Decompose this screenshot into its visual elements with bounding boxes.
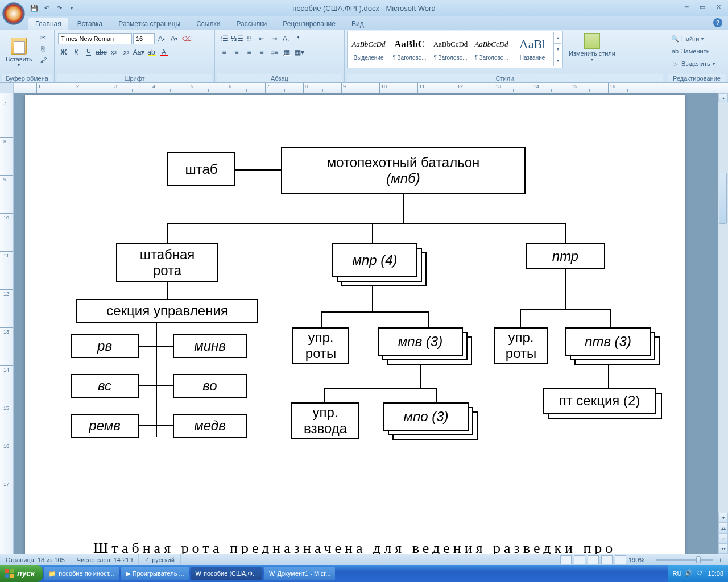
borders-button[interactable]: ▦▾ xyxy=(293,47,305,58)
taskbar-item[interactable]: Wпособие (США,Ф... xyxy=(191,567,262,580)
select-button[interactable]: ▷Выделить▾ xyxy=(671,58,715,69)
web-layout-view-button[interactable] xyxy=(588,555,599,564)
undo-icon[interactable]: ↶ xyxy=(42,3,51,13)
paste-button[interactable]: Вставить ▾ xyxy=(2,31,36,74)
browse-object-icon[interactable]: ○ xyxy=(718,533,728,543)
maximize-button[interactable]: ▭ xyxy=(696,2,709,11)
line-spacing-button[interactable]: ‡≡ xyxy=(268,47,280,58)
ruler-corner[interactable] xyxy=(0,83,14,93)
zoom-level[interactable]: 190% xyxy=(628,556,644,563)
format-painter-icon[interactable]: 🖌 xyxy=(38,56,48,65)
align-right-button[interactable]: ≡ xyxy=(243,47,255,58)
font-name-combo[interactable]: Times New Roman xyxy=(58,33,132,44)
minimize-button[interactable]: ━ xyxy=(680,2,693,11)
help-icon[interactable]: ? xyxy=(713,18,722,27)
styles-scroll-up-icon[interactable]: ▴ xyxy=(554,32,561,44)
system-tray[interactable]: RU 🔊 🛡 10:08 xyxy=(668,565,728,582)
superscript-button[interactable]: x2 xyxy=(121,47,132,58)
font-color-button[interactable]: A xyxy=(158,47,169,58)
style-item[interactable]: AaBbCcDd¶ Заголово... xyxy=(471,32,511,66)
close-button[interactable]: ✕ xyxy=(712,2,725,11)
taskbar-item[interactable]: ▶Проигрыватель ... xyxy=(121,567,189,580)
zoom-slider[interactable] xyxy=(656,559,713,561)
tray-volume-icon[interactable]: 🔊 xyxy=(685,569,693,577)
tab-view[interactable]: Вид xyxy=(345,18,371,30)
replace-button[interactable]: abЗаменить xyxy=(671,45,715,57)
sort-button[interactable]: A↓ xyxy=(281,33,292,44)
styles-scroll-down-icon[interactable]: ▾ xyxy=(554,44,561,55)
style-item[interactable]: AaBbCcDdВыделение xyxy=(349,32,388,66)
tab-review[interactable]: Рецензирование xyxy=(276,18,342,30)
document-viewport[interactable]: штаб мотопехотный батальон (мпб) штабная… xyxy=(14,93,718,554)
cut-icon[interactable]: ✂ xyxy=(38,33,48,42)
vertical-ruler[interactable]: 7891011121314151617 xyxy=(0,93,14,554)
style-item[interactable]: AaBlНазвание xyxy=(512,32,552,66)
qat-more-icon[interactable]: ▾ xyxy=(67,3,76,13)
highlight-button[interactable]: ab xyxy=(146,47,157,58)
scroll-thumb[interactable] xyxy=(719,173,727,224)
taskbar-item[interactable]: WДокумент1 - Micr... xyxy=(264,567,335,580)
tab-mailings[interactable]: Рассылки xyxy=(229,18,274,30)
status-language[interactable]: ✓русский xyxy=(139,554,180,565)
next-page-icon[interactable]: ▾▾ xyxy=(718,543,728,554)
align-center-button[interactable]: ≡ xyxy=(231,47,242,58)
numbering-button[interactable]: ⅓☰ xyxy=(231,33,242,44)
taskbar-item[interactable]: 📁пособие по иност... xyxy=(44,567,118,580)
style-item[interactable]: AaBbCcDd¶ Заголово... xyxy=(431,32,470,66)
tray-clock[interactable]: 10:08 xyxy=(708,570,723,577)
tab-page-layout[interactable]: Разметка страницы xyxy=(111,18,187,30)
scroll-up-icon[interactable]: ▴ xyxy=(718,93,728,102)
grow-font-icon[interactable]: A▴ xyxy=(156,33,167,44)
group-paragraph-label: Абзац xyxy=(217,74,342,82)
clear-formatting-icon[interactable]: ⌫ xyxy=(181,33,192,44)
find-button[interactable]: 🔍Найти▾ xyxy=(671,33,715,44)
print-layout-view-button[interactable] xyxy=(560,555,572,564)
tray-language[interactable]: RU xyxy=(673,570,682,577)
prev-page-icon[interactable]: ▴▴ xyxy=(718,523,728,533)
windows-logo-icon xyxy=(5,569,14,578)
align-left-button[interactable]: ≡ xyxy=(218,47,230,58)
diagram-box-shtabnaya: штабная рота xyxy=(116,243,218,282)
show-marks-button[interactable]: ¶ xyxy=(293,33,305,44)
styles-more-icon[interactable]: ▾ xyxy=(554,55,561,66)
multilevel-button[interactable]: ⁝⁝ xyxy=(243,33,255,44)
tray-shield-icon[interactable]: 🛡 xyxy=(696,569,704,577)
diagram-box-mpv: мпв (3) xyxy=(378,327,463,356)
change-styles-button[interactable]: Изменить стили ▾ xyxy=(564,31,620,74)
full-screen-view-button[interactable] xyxy=(574,555,585,564)
copy-icon[interactable]: ⎘ xyxy=(38,44,48,53)
tab-insert[interactable]: Вставка xyxy=(71,18,110,30)
strikethrough-button[interactable]: abc xyxy=(96,47,107,58)
zoom-out-button[interactable]: − xyxy=(647,556,650,563)
styles-gallery[interactable]: AaBbCcDdВыделение AaBbC¶ Заголово... AaB… xyxy=(347,31,563,68)
underline-button[interactable]: Ч xyxy=(83,47,94,58)
zoom-in-button[interactable]: + xyxy=(719,556,722,563)
tab-references[interactable]: Ссылки xyxy=(189,18,227,30)
italic-button[interactable]: К xyxy=(71,47,82,58)
outline-view-button[interactable] xyxy=(601,555,613,564)
save-icon[interactable]: 💾 xyxy=(30,3,39,13)
increase-indent-button[interactable]: ⇥ xyxy=(268,33,280,44)
status-page[interactable]: Страница: 18 из 105 xyxy=(0,554,71,565)
change-styles-icon xyxy=(584,33,600,49)
bold-button[interactable]: Ж xyxy=(58,47,69,58)
scroll-down-icon[interactable]: ▾ xyxy=(718,513,728,523)
subscript-button[interactable]: x2 xyxy=(108,47,119,58)
decrease-indent-button[interactable]: ⇤ xyxy=(256,33,267,44)
redo-icon[interactable]: ↷ xyxy=(55,3,64,13)
bullets-button[interactable]: ⁝☰ xyxy=(218,33,230,44)
shading-button[interactable]: ▦ xyxy=(281,47,292,58)
style-item[interactable]: AaBbC¶ Заголово... xyxy=(390,32,429,66)
font-size-combo[interactable]: 16 xyxy=(133,33,155,44)
change-case-button[interactable]: Aa▾ xyxy=(133,47,144,58)
shrink-font-icon[interactable]: A▾ xyxy=(168,33,180,44)
office-button[interactable] xyxy=(2,2,25,25)
justify-button[interactable]: ≡ xyxy=(256,47,267,58)
start-button[interactable]: пуск xyxy=(0,565,43,582)
tab-home[interactable]: Главная xyxy=(28,18,68,30)
status-words[interactable]: Число слов: 14 219 xyxy=(71,554,139,565)
zoom-thumb[interactable] xyxy=(696,556,701,563)
horizontal-ruler[interactable]: 12345678910111213141516 xyxy=(14,83,728,93)
vertical-scrollbar[interactable]: ▴ ▾ ▴▴ ○ ▾▾ xyxy=(718,93,728,554)
draft-view-button[interactable] xyxy=(615,555,626,564)
